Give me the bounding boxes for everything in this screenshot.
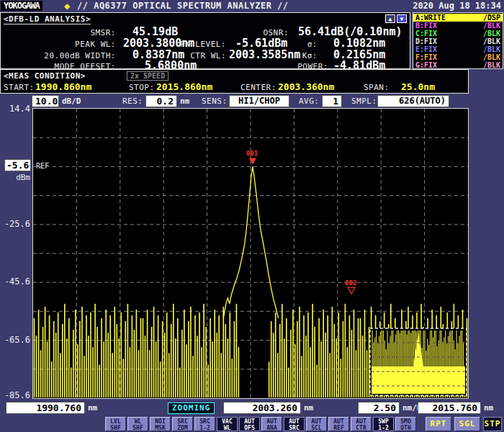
- button-label-line2: 1-2: [195, 425, 215, 431]
- meas-condition-panel: <MEAS CONDITION> 2x SPEED START: 1990.86…: [0, 69, 469, 94]
- button-label-line2: OTH: [396, 425, 415, 431]
- smpl-label: SMPL:: [351, 96, 377, 106]
- button-label-line2: SHF: [106, 425, 125, 431]
- trace-row-a[interactable]: A:WRITE/DSP: [413, 14, 503, 22]
- trace-row-f[interactable]: F:FIX/BLK: [413, 53, 503, 61]
- button-label-line1: SMO: [396, 418, 415, 425]
- zooming-indicator: ZOOMING: [168, 402, 215, 414]
- toolbar-button-aut-ctr[interactable]: AUTCTR: [351, 417, 372, 431]
- button-label-line2: ZOM: [173, 425, 192, 431]
- span-value: 25.0nm: [401, 81, 435, 92]
- button-label-line2: OFS: [240, 425, 259, 431]
- meas-condition-title: <MEAS CONDITION>: [4, 71, 86, 81]
- toolbar-button-src-zom[interactable]: SRCZOM: [172, 417, 193, 431]
- res-unit: nm: [180, 96, 189, 106]
- trace-row-d[interactable]: D:FIX/BLK: [413, 37, 503, 45]
- toolbar-button-lvl-shf[interactable]: LVLSHF: [105, 417, 126, 431]
- sweep-button-rpt[interactable]: RPT: [426, 417, 451, 431]
- toolbar-button-aut-ofs[interactable]: AUTOFS: [239, 417, 260, 431]
- spectrum-svg: REF001002: [33, 109, 468, 398]
- toolbar-button-aut-ref[interactable]: AUTREF: [328, 417, 349, 431]
- width20db-label: 20.00dB WIDTH:: [1, 51, 116, 60]
- x-per-div-field[interactable]: 2.50: [358, 402, 400, 414]
- scroll-up-button[interactable]: ▲: [385, 14, 395, 23]
- overview-inset: [370, 328, 467, 395]
- toolbar-button-smo-oth[interactable]: SMOOTH: [395, 417, 416, 431]
- stop-value: 2015.860nm: [156, 81, 212, 92]
- marker-001: 001: [246, 150, 258, 164]
- analysis-title: <DFB-LD ANALYSIS>: [4, 14, 91, 24]
- button-label-line1: AUT: [262, 418, 282, 425]
- button-label-line2: CTR: [351, 425, 371, 431]
- button-label-line2: SRC: [284, 425, 304, 431]
- avg-label: AVG:: [299, 96, 320, 106]
- y-tick-2: -45.6: [0, 276, 30, 287]
- x-center-field[interactable]: 2003.260: [223, 402, 301, 414]
- svg-text:002: 002: [345, 279, 356, 287]
- svg-text:001: 001: [246, 150, 258, 157]
- y-tick-1: -25.6: [0, 219, 30, 229]
- ref-line-label: REF: [36, 162, 49, 170]
- trace-row-e[interactable]: E:FIX/BLK: [413, 45, 503, 53]
- button-label-line2: REF: [329, 425, 348, 431]
- datetime: 2020 Aug 18 18:34: [413, 1, 501, 11]
- trace-status: /BLK: [483, 53, 500, 61]
- toolbar-button-aut-ana[interactable]: AUTANA: [261, 417, 282, 431]
- x-stop-unit: nm: [484, 403, 493, 413]
- x-stop-field[interactable]: 2015.760: [418, 402, 481, 414]
- res-label: RES:: [122, 96, 143, 106]
- trace-row-c[interactable]: C:FIX/BLK: [413, 30, 503, 37]
- toolbar-button-aut-src[interactable]: AUTSRC: [284, 417, 305, 431]
- toolbar-button-swp-1-2[interactable]: SWP1-2: [373, 417, 394, 431]
- level-scale-field[interactable]: 10.0: [32, 95, 59, 107]
- button-label-line1: SRC: [173, 418, 192, 425]
- button-label-line1: LVL: [106, 418, 125, 425]
- x-start-field[interactable]: 1990.760: [6, 402, 85, 414]
- spectrum-chart: REF001002: [32, 108, 469, 399]
- trace-status: /BLK: [483, 45, 500, 53]
- trace-name: C:FIX: [415, 30, 437, 37]
- y-tick-4: -85.6: [0, 390, 30, 400]
- trace-name: F:FIX: [415, 53, 437, 61]
- dfb-ld-analysis-panel: <DFB-LD ANALYSIS> SMSR: 45.19dB OSNR: 56…: [0, 12, 410, 69]
- button-label-line2: 1-2: [374, 425, 393, 431]
- button-label-line2: ANA: [262, 425, 282, 431]
- trace-row-g[interactable]: G:FIX/BLK: [413, 61, 503, 69]
- toolbar-button-src-1-2[interactable]: SRC1-2: [194, 417, 215, 431]
- scroll-down-button[interactable]: ▼: [397, 14, 407, 23]
- toolbar-button-aut-scl[interactable]: AUTSCL: [306, 417, 327, 431]
- res-field[interactable]: 0.2: [145, 95, 177, 107]
- avg-field[interactable]: 1: [322, 95, 342, 107]
- button-label-line1: WL: [128, 418, 148, 425]
- x-center-unit: nm: [304, 403, 313, 413]
- smsr-label: SMSR:: [1, 28, 116, 37]
- center-label: CENTER:: [240, 83, 276, 92]
- yokogawa-logo: YOKOGAWA: [1, 1, 42, 11]
- trace-status: /BLK: [483, 37, 500, 45]
- sens-field[interactable]: HI1/CHOP: [229, 95, 289, 107]
- page-title: // AQ6377 OPTICAL SPECTRUM ANALYZER //: [77, 1, 289, 11]
- stop-label: STOP:: [129, 83, 155, 92]
- yokogawa-diamond-icon: ◆: [64, 0, 70, 12]
- sweep-button-stp[interactable]: STP: [483, 417, 502, 431]
- ref-level-field[interactable]: -5.6: [4, 159, 31, 171]
- center-value: 2003.360nm: [278, 81, 334, 92]
- sweep-button-sgl[interactable]: SGL: [454, 417, 480, 431]
- button-label-line2: SHF: [128, 425, 148, 431]
- up-arrow-icon: ▲: [389, 16, 392, 22]
- button-label-line2: SCL: [307, 425, 326, 431]
- button-label-line1: AUT: [329, 418, 348, 425]
- toolbar-button-vac-wl[interactable]: VACWL: [217, 417, 238, 431]
- button-label-line1: SWP: [374, 418, 393, 425]
- trace-row-b[interactable]: B:FIX/BLK: [413, 22, 503, 30]
- start-value: 1990.860nm: [35, 81, 91, 92]
- start-label: START:: [4, 83, 35, 92]
- toolbar-button-noi-msk[interactable]: NOIMSK: [150, 417, 171, 431]
- toolbar-button-wl-shf[interactable]: WLSHF: [127, 417, 148, 431]
- x-start-unit: nm: [88, 403, 97, 413]
- trace-status: /BLK: [483, 30, 500, 37]
- smpl-field[interactable]: 626(AUTO): [377, 95, 449, 107]
- osa-screen: YOKOGAWA ◆ // AQ6377 OPTICAL SPECTRUM AN…: [0, 0, 504, 432]
- trace-name: A:WRITE: [415, 14, 446, 22]
- button-label-line1: AUT: [240, 418, 259, 425]
